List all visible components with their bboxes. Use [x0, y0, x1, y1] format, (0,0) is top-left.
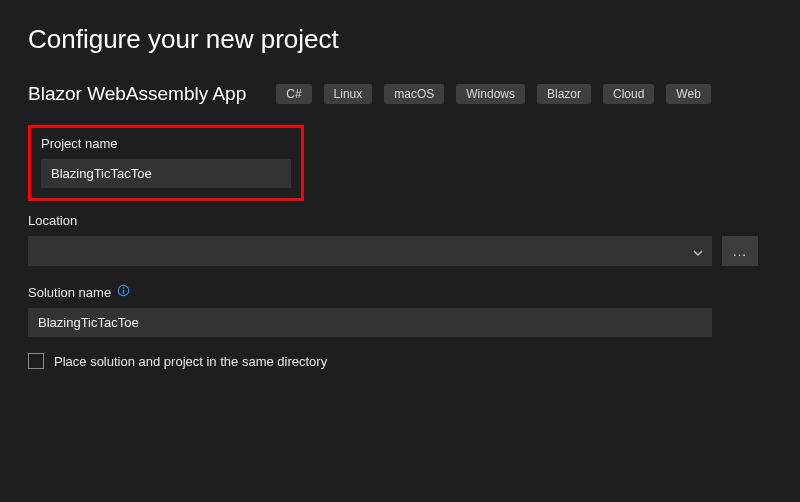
template-name: Blazor WebAssembly App [28, 83, 246, 105]
svg-rect-2 [123, 290, 124, 294]
tag-macos: macOS [384, 84, 444, 104]
tag-linux: Linux [324, 84, 373, 104]
project-name-label: Project name [41, 136, 291, 151]
location-label: Location [28, 213, 772, 228]
form-area: Project name Location ... Solution name [0, 125, 800, 369]
page-title: Configure your new project [0, 0, 800, 73]
solution-name-label: Solution name [28, 285, 111, 300]
same-directory-checkbox[interactable] [28, 353, 44, 369]
solution-name-input[interactable] [28, 308, 712, 337]
tag-csharp: C# [276, 84, 311, 104]
tag-windows: Windows [456, 84, 525, 104]
same-directory-row: Place solution and project in the same d… [28, 353, 772, 369]
same-directory-label: Place solution and project in the same d… [54, 354, 327, 369]
template-header-row: Blazor WebAssembly App C# Linux macOS Wi… [0, 73, 800, 125]
location-select[interactable] [28, 236, 712, 266]
tag-blazor: Blazor [537, 84, 591, 104]
svg-point-1 [123, 287, 125, 289]
project-name-input[interactable] [41, 159, 291, 188]
chevron-down-icon [693, 242, 703, 260]
browse-location-button[interactable]: ... [722, 236, 758, 266]
tag-web: Web [666, 84, 710, 104]
project-name-highlight: Project name [28, 125, 304, 201]
tag-cloud: Cloud [603, 84, 654, 104]
solution-name-label-row: Solution name [28, 284, 772, 300]
info-icon[interactable] [117, 284, 130, 300]
